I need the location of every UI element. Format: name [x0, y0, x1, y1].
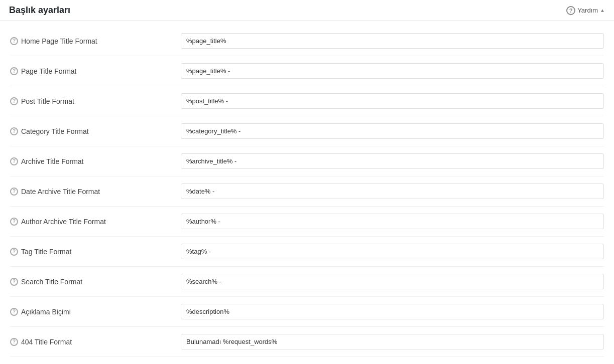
input-col-author-archive-title-format: [181, 214, 604, 229]
help-icon-archive-title-format[interactable]: ?: [10, 157, 18, 165]
input-category-title-format[interactable]: [181, 123, 604, 139]
form-body: ?Home Page Title Format?Page Title Forma…: [0, 21, 614, 364]
form-row-post-title-format: ?Post Title Format: [10, 86, 604, 116]
help-icon-home-page-title-format[interactable]: ?: [10, 37, 18, 45]
help-label: Yardım: [577, 7, 598, 14]
form-row-author-archive-title-format: ?Author Archive Title Format: [10, 207, 604, 237]
input-col-page-title-format: [181, 63, 604, 79]
help-arrow-icon: ▲: [600, 8, 605, 13]
page-header: Başlık ayarları ? Yardım ▲: [0, 0, 614, 21]
label-col-search-title-format: ?Search Title Format: [10, 278, 181, 286]
form-row-search-title-format: ?Search Title Format: [10, 267, 604, 297]
input-tag-title-format[interactable]: [181, 244, 604, 259]
label-col-page-title-format: ?Page Title Format: [10, 67, 181, 75]
input-col-aciklama-bicimi: [181, 304, 604, 319]
input-col-archive-title-format: [181, 153, 604, 169]
input-col-home-page-title-format: [181, 33, 604, 49]
label-text-404-title-format: 404 Title Format: [21, 338, 72, 346]
page-wrapper: Başlık ayarları ? Yardım ▲ ?Home Page Ti…: [0, 0, 614, 364]
input-col-category-title-format: [181, 123, 604, 139]
input-archive-title-format[interactable]: [181, 153, 604, 169]
form-row-date-archive-title-format: ?Date Archive Title Format: [10, 176, 604, 207]
help-link[interactable]: ? Yardım ▲: [566, 6, 605, 15]
help-icon-category-title-format[interactable]: ?: [10, 127, 18, 135]
label-text-post-title-format: Post Title Format: [21, 97, 74, 105]
label-text-archive-title-format: Archive Title Format: [21, 157, 83, 165]
label-text-date-archive-title-format: Date Archive Title Format: [21, 188, 100, 196]
help-icon-post-title-format[interactable]: ?: [10, 97, 18, 105]
help-icon-author-archive-title-format[interactable]: ?: [10, 218, 18, 226]
label-col-author-archive-title-format: ?Author Archive Title Format: [10, 218, 181, 226]
label-col-tag-title-format: ?Tag Title Format: [10, 248, 181, 256]
help-icon-page-title-format[interactable]: ?: [10, 67, 18, 75]
input-col-search-title-format: [181, 274, 604, 289]
help-icon-search-title-format[interactable]: ?: [10, 278, 18, 286]
label-col-home-page-title-format: ?Home Page Title Format: [10, 37, 181, 45]
label-col-category-title-format: ?Category Title Format: [10, 127, 181, 135]
form-row-aciklama-bicimi: ?Açıklama Biçimi: [10, 297, 604, 327]
input-col-date-archive-title-format: [181, 184, 604, 199]
input-post-title-format[interactable]: [181, 93, 604, 109]
input-page-title-format[interactable]: [181, 63, 604, 79]
form-row-page-title-format: ?Page Title Format: [10, 56, 604, 86]
input-date-archive-title-format[interactable]: [181, 184, 604, 199]
form-row-home-page-title-format: ?Home Page Title Format: [10, 26, 604, 56]
input-col-post-title-format: [181, 93, 604, 109]
label-col-aciklama-bicimi: ?Açıklama Biçimi: [10, 308, 181, 316]
input-home-page-title-format[interactable]: [181, 33, 604, 49]
page-title: Başlık ayarları: [9, 5, 70, 16]
input-search-title-format[interactable]: [181, 274, 604, 289]
input-aciklama-bicimi[interactable]: [181, 304, 604, 319]
label-col-post-title-format: ?Post Title Format: [10, 97, 181, 105]
label-text-search-title-format: Search Title Format: [21, 278, 82, 286]
help-icon: ?: [566, 6, 575, 15]
help-icon-aciklama-bicimi[interactable]: ?: [10, 308, 18, 316]
form-row-404-title-format: ?404 Title Format: [10, 327, 604, 357]
input-author-archive-title-format[interactable]: [181, 214, 604, 229]
label-col-archive-title-format: ?Archive Title Format: [10, 157, 181, 165]
label-text-author-archive-title-format: Author Archive Title Format: [21, 218, 106, 226]
form-row-paged-format: ?Paged Format: [10, 357, 604, 364]
input-col-404-title-format: [181, 334, 604, 349]
label-text-tag-title-format: Tag Title Format: [21, 248, 71, 256]
input-404-title-format[interactable]: [181, 334, 604, 349]
label-col-404-title-format: ?404 Title Format: [10, 338, 181, 346]
label-text-category-title-format: Category Title Format: [21, 127, 89, 135]
help-icon-404-title-format[interactable]: ?: [10, 338, 18, 346]
form-row-tag-title-format: ?Tag Title Format: [10, 237, 604, 267]
input-col-tag-title-format: [181, 244, 604, 259]
label-col-date-archive-title-format: ?Date Archive Title Format: [10, 188, 181, 196]
label-text-page-title-format: Page Title Format: [21, 67, 77, 75]
help-icon-tag-title-format[interactable]: ?: [10, 248, 18, 256]
help-icon-date-archive-title-format[interactable]: ?: [10, 188, 18, 196]
label-text-aciklama-bicimi: Açıklama Biçimi: [21, 308, 71, 316]
form-row-category-title-format: ?Category Title Format: [10, 116, 604, 146]
form-row-archive-title-format: ?Archive Title Format: [10, 146, 604, 176]
label-text-home-page-title-format: Home Page Title Format: [21, 37, 97, 45]
